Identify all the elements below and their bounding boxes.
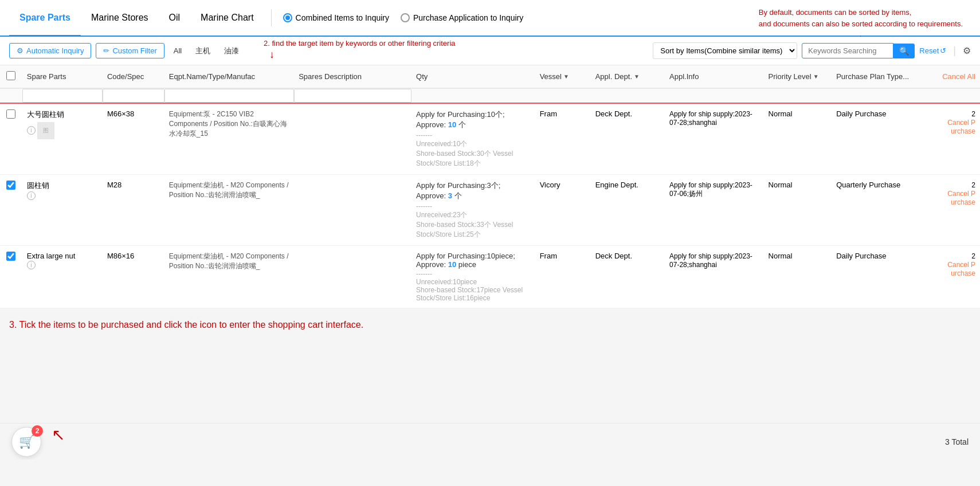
header-eqpt-name: Eqpt.Name/Type/Manufac [164,65,294,88]
toolbar-right: Sort by Items(Combine similar items) 🔍 R… [653,42,971,59]
cancel-all-button[interactable]: Cancel All [942,72,975,81]
radio-purchase-circle [401,13,410,22]
appl-dept-filter-arrow[interactable]: ▼ [634,73,640,80]
radio-purchase[interactable]: Purchase Application to Inquiry [401,13,523,22]
category-main-button[interactable]: 主机 [191,43,215,59]
bottom-annotation: 3. Tick the items to be purchased and cl… [9,320,971,330]
vessel-filter-arrow[interactable]: ▼ [563,73,569,80]
radio-purchase-label: Purchase Application to Inquiry [413,13,523,22]
table-row: 大号圆柱销 i 图 M66×38 Equipment:泵 - 2C150 VIB… [0,103,980,175]
row2-desc [294,175,411,246]
toolbar-separator: | [953,45,956,57]
filter-code-col [103,88,164,103]
header-priority-level: Priority Level ▼ [764,65,832,88]
row3-vessel: Fram [535,246,591,308]
filter-spare-parts-col [22,88,103,103]
row3-desc [294,246,411,308]
row2-code: M28 [103,175,164,246]
row1-spare-parts: 大号圆柱销 i 图 [22,103,103,175]
row1-item-image[interactable]: 图 [37,122,54,139]
spare-parts-table: Spare Parts Code/Spec Eqpt.Name/Type/Man… [0,65,980,308]
row2-qty-sub: ------- Unreceived:23个 Shore-based Stock… [416,202,531,240]
search-input[interactable] [802,43,893,58]
search-button[interactable]: 🔍 [893,44,915,58]
category-paint-button[interactable]: 油漆 [219,43,244,59]
filter-rest-col [411,88,980,103]
row2-checkbox[interactable] [6,181,15,190]
row2-spare-parts: 圆柱销 i [22,175,103,246]
row1-info-icon[interactable]: i [27,126,36,135]
table-header-row: Spare Parts Code/Spec Eqpt.Name/Type/Man… [0,65,980,88]
row3-code: M86×16 [103,246,164,308]
all-button[interactable]: All [169,44,186,58]
row1-qty-sub: ------- Unreceived:10个 Shore-based Stock… [416,131,531,168]
header-purchase-plan: Purchase Plan Type... [832,65,931,88]
cart-button[interactable]: 🛒 2 [11,427,41,457]
table-row: Extra large nut i M86×16 Equipment:柴油机 -… [0,246,980,308]
filter-desc[interactable] [294,89,411,103]
settings-button[interactable]: ⚙ [963,45,971,56]
table-row: 圆柱销 i M28 Equipment:柴油机 - M20 Components… [0,175,980,246]
tab-marine-stores[interactable]: Marine Stores [81,0,159,37]
gear-icon: ⚙ [17,46,23,55]
row1-cancel-button[interactable]: Cancel Purchase [947,119,975,135]
row3-spare-parts: Extra large nut i [22,246,103,308]
sort-select[interactable]: Sort by Items(Combine similar items) [653,42,797,59]
row3-purchase-plan: Daily Purchase [832,246,931,308]
auto-inquiry-label: Automatic Inquiry [26,46,84,55]
row1-vessel: Fram [535,103,591,175]
reset-button[interactable]: Reset ↺ [919,46,946,55]
row2-appl-info: Apply for ship supply:2023-07-06;扬州 [665,175,764,246]
row2-qty: Apply for Purchasing:3个; Approve: 3 个 --… [411,175,535,246]
row1-qty: Apply for Purchasing:10个; Approve: 10 个 … [411,103,535,175]
cart-arrow-icon: ↙ [52,426,65,445]
row1-apply-qty: Apply for Purchasing:10个; Approve: 10 个 [416,109,531,130]
row3-appl-dept: Deck Dept. [591,246,665,308]
toolbar: ⚙ Automatic Inquiry ✏ Custom Filter All … [0,37,980,65]
footer: 🛒 2 ↙ 3 Total [0,423,980,460]
radio-combined[interactable]: Combined Items to Inquiry [283,13,389,22]
header-code-spec: Code/Spec [103,65,164,88]
tab-spare-parts[interactable]: Spare Parts [9,0,81,37]
row1-checkbox[interactable] [6,109,15,119]
row2-vessel: Vicory [535,175,591,246]
row2-apply-qty: Apply for Purchasing:3个; Approve: 3 个 [416,181,531,201]
row1-eqpt: Equipment:泵 - 2C150 VIB2 Components / Po… [164,103,294,175]
row3-qty: Apply for Purchasing:10piece; Approve: 1… [411,246,535,308]
filter-icon: ✏ [103,46,109,55]
row2-appl-dept: Engine Dept. [591,175,665,246]
priority-filter-arrow[interactable]: ▼ [813,73,819,80]
row2-checkbox-col [0,175,22,246]
custom-filter-button[interactable]: ✏ Custom Filter [96,43,164,58]
cart-area: 🛒 2 ↙ [11,427,41,457]
row3-checkbox-col [0,246,22,308]
filter-spare-parts[interactable] [22,89,103,103]
tab-oil[interactable]: Oil [159,0,191,37]
row3-checkbox[interactable] [6,252,15,261]
select-all-checkbox[interactable] [6,71,15,80]
row2-cancel-button[interactable]: Cancel Purchase [947,190,975,206]
row1-checkbox-col [0,103,22,175]
row1-code: M66×38 [103,103,164,175]
search-group: 🔍 [802,43,915,58]
total-label: 3 Total [945,437,969,446]
header-checkbox-col [0,65,22,88]
auto-inquiry-button[interactable]: ⚙ Automatic Inquiry [9,43,91,58]
row2-eqpt: Equipment:柴油机 - M20 Components / Positio… [164,175,294,246]
row2-priority: Normal [764,175,832,246]
filter-code[interactable] [103,89,164,103]
row2-purchase-plan: Quarterly Purchase [832,175,931,246]
row3-cancel-button[interactable]: Cancel Purchase [947,261,975,277]
tab-marine-chart[interactable]: Marine Chart [190,0,264,37]
row3-info-icon[interactable]: i [27,261,36,269]
row2-cancel: 2 Cancel Purchase [931,175,980,246]
filter-row [0,88,980,103]
nav-divider [271,9,272,26]
header-spare-parts: Spare Parts [22,65,103,88]
row3-priority: Normal [764,246,832,308]
row3-apply-qty: Apply for Purchasing:10piece; Approve: 1… [416,252,531,269]
filter-eqpt[interactable] [164,89,294,103]
row1-appl-info: Apply for ship supply:2023-07-28;shangha… [665,103,764,175]
row2-info-icon[interactable]: i [27,191,36,200]
row1-appl-dept: Deck Dept. [591,103,665,175]
